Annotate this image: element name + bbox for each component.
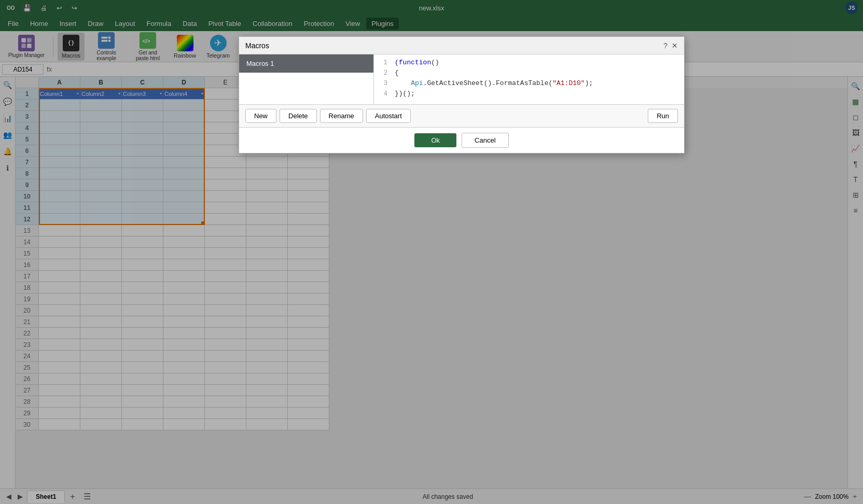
code-line-1: 1 (function() — [374, 59, 684, 69]
dialog-actions-left: New Delete Rename Autostart — [245, 109, 411, 123]
macros-list-item-1[interactable]: Macros 1 — [239, 54, 373, 73]
rename-macro-button[interactable]: Rename — [320, 109, 363, 123]
line-num-2: 2 — [374, 69, 393, 79]
run-macro-button[interactable]: Run — [648, 109, 678, 123]
line-code-3: Api.GetActiveSheet().FormatAsTable("A1:D… — [393, 79, 684, 90]
code-function-keyword: (function — [395, 59, 431, 66]
delete-macro-button[interactable]: Delete — [280, 109, 317, 123]
dialog-footer-actions: New Delete Rename Autostart Run — [239, 104, 684, 127]
dialog-body: Macros 1 1 (function() 2 { 3 Api.GetActi… — [239, 54, 684, 104]
line-code-4: })(); — [393, 90, 684, 100]
code-line-2: 2 { — [374, 69, 684, 79]
dialog-title-icons: ? ✕ — [663, 41, 678, 50]
code-line-3: 3 Api.GetActiveSheet().FormatAsTable("A1… — [374, 79, 684, 90]
macros-code-panel[interactable]: 1 (function() 2 { 3 Api.GetActiveSheet()… — [374, 54, 684, 104]
code-paren: () — [431, 59, 439, 66]
dialog-title: Macros — [245, 41, 269, 50]
dialog-close-button[interactable]: ✕ — [672, 41, 678, 50]
code-method-end: ); — [585, 79, 593, 87]
code-string: "A1:D10" — [552, 79, 584, 87]
dialog-bottom: Ok Cancel — [239, 127, 684, 153]
macros-dialog: Macros ? ✕ Macros 1 1 (function() 2 { — [239, 36, 685, 153]
dialog-title-bar: Macros ? ✕ — [239, 37, 684, 54]
dialog-help-button[interactable]: ? — [663, 41, 667, 50]
code-method-call: .GetActiveSheet().FormatAsTable( — [423, 79, 553, 87]
cancel-button[interactable]: Cancel — [462, 133, 508, 148]
line-num-3: 3 — [374, 79, 393, 90]
line-code-2: { — [393, 69, 684, 79]
line-num-4: 4 — [374, 90, 393, 100]
macros-list-panel: Macros 1 — [239, 54, 374, 104]
autostart-macro-button[interactable]: Autostart — [366, 109, 411, 123]
ok-button[interactable]: Ok — [414, 133, 456, 147]
new-macro-button[interactable]: New — [245, 109, 276, 123]
code-line-4: 4 })(); — [374, 90, 684, 100]
dialog-actions-right: Run — [648, 109, 678, 123]
code-api: Api — [411, 79, 423, 87]
line-num-1: 1 — [374, 59, 393, 69]
line-code-1: (function() — [393, 59, 684, 69]
